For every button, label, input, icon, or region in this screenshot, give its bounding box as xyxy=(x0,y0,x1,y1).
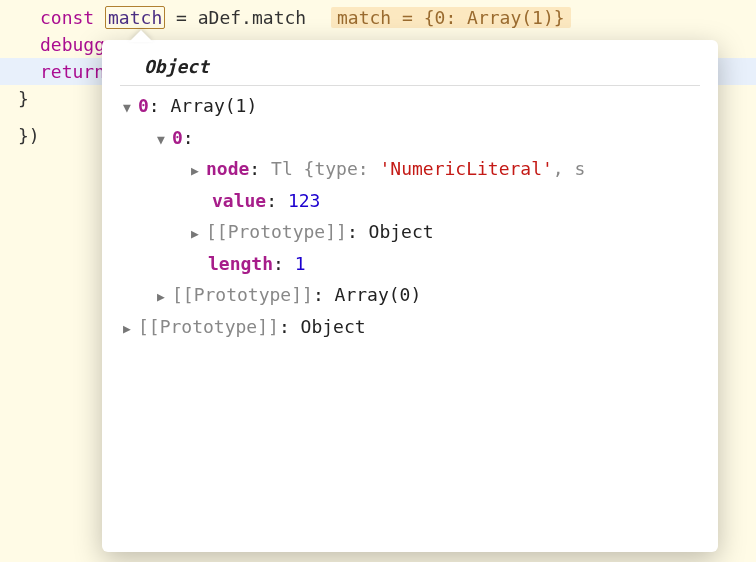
tooltip-arrow xyxy=(129,30,153,42)
tree-row-0-0[interactable]: ▼0: xyxy=(120,122,700,154)
property-match: match xyxy=(252,7,306,28)
keyword-return: return xyxy=(40,61,105,82)
identifier-aDef: aDef xyxy=(198,7,241,28)
brace-paren-close: }) xyxy=(18,125,40,146)
tree-row-value[interactable]: value: 123 xyxy=(120,185,700,217)
tree-row-0[interactable]: ▼0: Array(1) xyxy=(120,90,700,122)
tree-value: Array(0) xyxy=(335,284,422,305)
chevron-right-icon[interactable]: ▶ xyxy=(154,286,168,309)
tree-key: node xyxy=(206,158,249,179)
object-tree: ▼0: Array(1) ▼0: ▶node: Tl {type: 'Numer… xyxy=(120,90,700,342)
chevron-right-icon[interactable]: ▶ xyxy=(120,318,134,341)
tree-row-proto-outer[interactable]: ▶[[Prototype]]: Object xyxy=(120,311,700,343)
chevron-down-icon[interactable]: ▼ xyxy=(154,129,168,152)
equals-sign: = xyxy=(176,7,187,28)
tree-value: Array(1) xyxy=(171,95,258,116)
hovered-variable[interactable]: match xyxy=(105,6,165,29)
tree-row-proto-array[interactable]: ▶[[Prototype]]: Array(0) xyxy=(120,279,700,311)
tooltip-title: Object xyxy=(120,54,700,86)
tree-key: 0 xyxy=(172,127,183,148)
tree-key: [[Prototype]] xyxy=(138,316,279,337)
code-line-1: const match = aDef.match match = {0: Arr… xyxy=(0,4,756,31)
brace-close: } xyxy=(18,88,29,109)
tree-value: Object xyxy=(301,316,366,337)
keyword-const: const xyxy=(40,7,94,28)
tree-value-preview: Tl {type: 'NumericLiteral', s xyxy=(271,158,585,179)
value-tooltip[interactable]: Object ▼0: Array(1) ▼0: ▶node: Tl {type:… xyxy=(102,40,718,552)
inline-value-preview[interactable]: match = {0: Array(1)} xyxy=(331,7,571,28)
tree-value: 1 xyxy=(295,253,306,274)
tree-row-proto-inner[interactable]: ▶[[Prototype]]: Object xyxy=(120,216,700,248)
tree-value: Object xyxy=(369,221,434,242)
tree-key: length xyxy=(208,253,273,274)
tree-key: value xyxy=(212,190,266,211)
dot: . xyxy=(241,7,252,28)
chevron-down-icon[interactable]: ▼ xyxy=(120,97,134,120)
tree-key: 0 xyxy=(138,95,149,116)
chevron-right-icon[interactable]: ▶ xyxy=(188,223,202,246)
chevron-right-icon[interactable]: ▶ xyxy=(188,160,202,183)
tree-value: 123 xyxy=(288,190,321,211)
tree-key: [[Prototype]] xyxy=(172,284,313,305)
tree-key: [[Prototype]] xyxy=(206,221,347,242)
tree-row-node[interactable]: ▶node: Tl {type: 'NumericLiteral', s xyxy=(120,153,700,185)
tree-row-length[interactable]: length: 1 xyxy=(120,248,700,280)
